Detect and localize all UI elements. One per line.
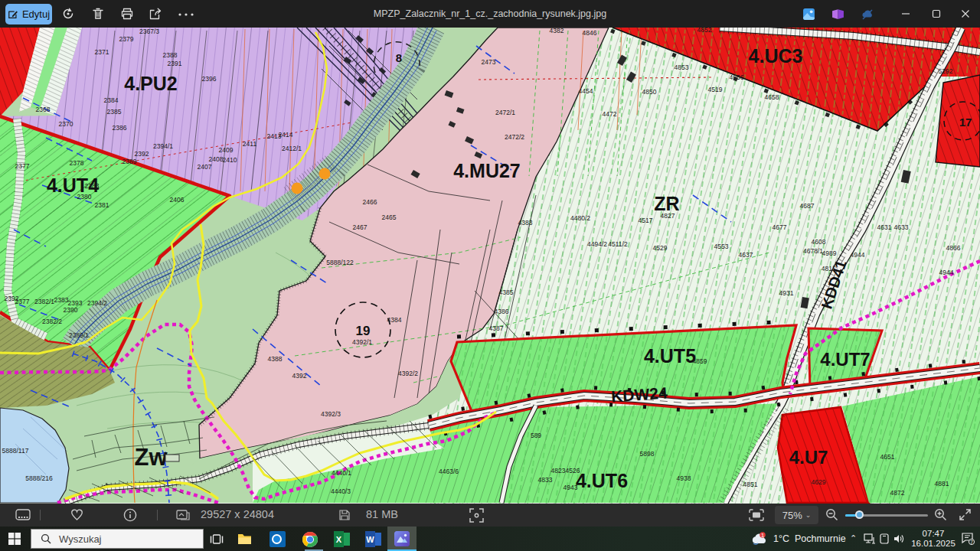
svg-text:4859: 4859: [693, 357, 707, 365]
svg-text:589: 589: [531, 432, 541, 439]
svg-text:4392: 4392: [292, 372, 307, 380]
svg-text:5292: 5292: [939, 67, 953, 75]
svg-text:2414: 2414: [279, 131, 293, 139]
svg-text:2410: 2410: [223, 156, 237, 164]
svg-text:4631: 4631: [877, 223, 892, 231]
svg-text:8: 8: [396, 51, 402, 64]
svg-text:2391: 2391: [168, 60, 182, 67]
svg-text:2394/1: 2394/1: [153, 142, 173, 150]
svg-text:4853: 4853: [675, 64, 689, 71]
svg-text:2378: 2378: [70, 159, 84, 167]
svg-text:4811: 4811: [822, 265, 836, 272]
svg-text:4463/6: 4463/6: [439, 468, 459, 475]
svg-text:4.U7: 4.U7: [789, 447, 828, 468]
svg-text:4846: 4846: [583, 29, 597, 37]
svg-text:4633: 4633: [894, 223, 909, 231]
svg-text:4529: 4529: [653, 244, 668, 252]
svg-text:2377: 2377: [15, 162, 30, 170]
svg-text:4.UT6: 4.UT6: [576, 470, 628, 491]
svg-text:4866: 4866: [946, 244, 961, 252]
svg-text:4944: 4944: [851, 251, 865, 259]
svg-text:4480/2: 4480/2: [570, 214, 590, 222]
svg-text:4382: 4382: [550, 28, 564, 34]
svg-text:2396: 2396: [202, 75, 217, 83]
svg-text:4517: 4517: [639, 217, 653, 224]
svg-text:2408: 2408: [209, 155, 224, 163]
svg-text:4823: 4823: [551, 467, 566, 474]
svg-text:2465: 2465: [382, 214, 397, 221]
svg-text:2389/1: 2389/1: [69, 331, 89, 339]
svg-text:2473: 2473: [482, 58, 496, 66]
svg-text:2381: 2381: [95, 201, 109, 209]
svg-text:4881: 4881: [935, 480, 949, 487]
svg-text:2383: 2383: [54, 296, 69, 304]
svg-text:2382/2: 2382/2: [42, 318, 62, 325]
svg-text:4943: 4943: [564, 484, 578, 491]
svg-text:2371: 2371: [95, 48, 109, 56]
svg-text:2406: 2406: [170, 196, 185, 204]
svg-text:4511/2: 4511/2: [608, 240, 628, 248]
svg-text:4472: 4472: [603, 110, 617, 118]
svg-text:4637: 4637: [739, 251, 753, 259]
svg-text:2380: 2380: [77, 193, 92, 201]
svg-text:2411: 2411: [243, 140, 257, 148]
svg-text:4519: 4519: [708, 86, 723, 93]
svg-text:4388: 4388: [268, 355, 283, 363]
svg-text:4392/2: 4392/2: [398, 370, 418, 377]
svg-text:4553: 4553: [714, 243, 729, 250]
svg-text:4872: 4872: [890, 489, 905, 497]
svg-text:4658: 4658: [765, 93, 779, 101]
svg-text:2384: 2384: [104, 96, 119, 104]
svg-text:5888/117: 5888/117: [2, 447, 29, 455]
svg-text:2472/2: 2472/2: [505, 133, 524, 141]
svg-text:4989: 4989: [822, 249, 837, 257]
svg-text:4386: 4386: [495, 308, 509, 315]
svg-text:4944: 4944: [939, 269, 954, 276]
svg-text:4.PU2: 4.PU2: [124, 73, 177, 94]
svg-text:2386: 2386: [113, 124, 127, 132]
svg-text:5888/216: 5888/216: [25, 474, 53, 482]
svg-text:4656: 4656: [730, 73, 744, 81]
svg-text:4827: 4827: [661, 212, 675, 220]
svg-text:2379: 2379: [119, 35, 134, 43]
svg-text:Zw: Zw: [134, 444, 168, 471]
svg-text:2367/3: 2367/3: [139, 28, 159, 35]
svg-text:ZR: ZR: [654, 193, 679, 214]
svg-text:4938: 4938: [677, 474, 691, 482]
svg-text:4852: 4852: [697, 28, 712, 34]
svg-text:4678/1: 4678/1: [803, 247, 823, 255]
svg-text:4526: 4526: [566, 467, 580, 474]
svg-text:2467: 2467: [353, 223, 368, 231]
svg-text:2385: 2385: [107, 108, 122, 116]
svg-text:4608: 4608: [812, 238, 826, 246]
svg-text:4.MU27: 4.MU27: [453, 160, 521, 181]
svg-text:4454: 4454: [579, 87, 593, 95]
svg-text:2388: 2388: [163, 51, 178, 59]
svg-text:4629: 4629: [812, 478, 826, 486]
svg-text:2466: 2466: [363, 198, 377, 206]
svg-text:2368: 2368: [36, 106, 51, 113]
svg-text:4851: 4851: [743, 481, 758, 488]
svg-text:4.UT5: 4.UT5: [644, 345, 696, 367]
svg-text:4931: 4931: [779, 289, 794, 297]
svg-text:4392/3: 4392/3: [321, 410, 341, 418]
svg-text:2389: 2389: [122, 158, 137, 165]
svg-text:2392: 2392: [135, 150, 149, 158]
svg-text:2383: 2383: [85, 182, 100, 190]
svg-text:2390: 2390: [64, 306, 78, 314]
svg-text:4392/1: 4392/1: [352, 338, 372, 346]
svg-text:4385: 4385: [499, 289, 514, 296]
svg-text:4440/3: 4440/3: [331, 487, 351, 495]
svg-text:2407: 2407: [198, 163, 212, 171]
svg-text:2370: 2370: [59, 120, 74, 128]
svg-text:4440/1: 4440/1: [332, 469, 351, 477]
svg-text:4677: 4677: [773, 223, 787, 231]
svg-text:2409: 2409: [219, 146, 234, 154]
svg-text:4687: 4687: [800, 202, 815, 210]
svg-text:2412/1: 2412/1: [282, 145, 302, 152]
svg-text:2382/1: 2382/1: [34, 298, 54, 305]
svg-text:2472/1: 2472/1: [495, 109, 515, 116]
svg-text:7: 7: [970, 540, 973, 545]
svg-text:5888/122: 5888/122: [326, 259, 354, 266]
svg-text:4494/2: 4494/2: [587, 240, 607, 248]
